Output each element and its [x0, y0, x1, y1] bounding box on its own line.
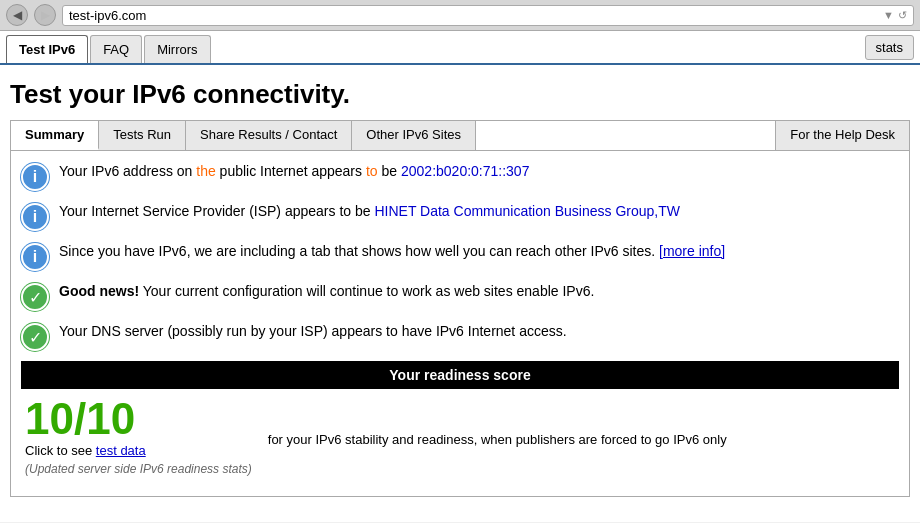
info-row-isp: i Your Internet Service Provider (ISP) a… [21, 201, 899, 231]
info-row-other-sites: i Since you have IPv6, we are including … [21, 241, 899, 271]
isp-name: HINET Data Communication Business Group,… [374, 203, 680, 219]
highlight-to: to [366, 163, 378, 179]
url-text: test-ipv6.com [69, 8, 879, 23]
updated-note: (Updated server side IPv6 readiness stat… [25, 458, 252, 478]
page-content: Test IPv6 FAQ Mirrors stats Test your IP… [0, 31, 920, 522]
nav-tab-test-ipv6[interactable]: Test IPv6 [6, 35, 88, 63]
test-data-link[interactable]: test data [96, 443, 146, 458]
score-header: Your readiness score [21, 361, 899, 389]
score-area: 10/10 Click to see test data (Updated se… [21, 389, 899, 486]
nav-tab-mirrors[interactable]: Mirrors [144, 35, 210, 63]
info-icon-green-2: ✓ [21, 323, 49, 351]
main-content: i Your IPv6 address on the public Intern… [10, 151, 910, 497]
more-info-link[interactable]: [more info] [659, 243, 725, 259]
nav-tab-faq[interactable]: FAQ [90, 35, 142, 63]
info-text-3: Since you have IPv6, we are including a … [59, 241, 725, 262]
info-icon-4: ✓ [21, 283, 49, 311]
test-data-row: Click to see test data [25, 443, 252, 458]
score-number: 10/10 [25, 397, 252, 441]
content-tabs: Summary Tests Run Share Results / Contac… [10, 120, 910, 151]
info-icon-blue-2: i [21, 203, 49, 231]
info-row-dns: ✓ Your DNS server (possibly run by your … [21, 321, 899, 351]
browser-chrome: ◀ ▶ test-ipv6.com ▼ ↺ [0, 0, 920, 31]
page-title: Test your IPv6 connectivity. [0, 65, 920, 120]
address-bar[interactable]: test-ipv6.com ▼ ↺ [62, 5, 914, 26]
ipv6-address: 2002:b020:0:71::307 [401, 163, 529, 179]
refresh-icon[interactable]: ↺ [898, 9, 907, 22]
info-text-5: Your DNS server (possibly run by your IS… [59, 321, 567, 342]
highlight-the: the [196, 163, 215, 179]
good-news-label: Good news! [59, 283, 139, 299]
score-description: for your IPv6 stability and readiness, w… [268, 428, 727, 447]
info-icon-1: i [21, 163, 49, 191]
info-icon-green-1: ✓ [21, 283, 49, 311]
dropdown-icon: ▼ [883, 9, 894, 21]
info-icon-5: ✓ [21, 323, 49, 351]
info-icon-blue-3: i [21, 243, 49, 271]
info-icon-3: i [21, 243, 49, 271]
tab-share-results[interactable]: Share Results / Contact [186, 121, 352, 150]
tab-other-ipv6-sites[interactable]: Other IPv6 Sites [352, 121, 476, 150]
info-row-ipv6-address: i Your IPv6 address on the public Intern… [21, 161, 899, 191]
info-row-good-news: ✓ Good news! Your current configuration … [21, 281, 899, 311]
back-button[interactable]: ◀ [6, 4, 28, 26]
tab-help-desk[interactable]: For the Help Desk [775, 121, 909, 150]
forward-button[interactable]: ▶ [34, 4, 56, 26]
score-left: 10/10 Click to see test data (Updated se… [25, 397, 252, 478]
info-icon-2: i [21, 203, 49, 231]
tab-tests-run[interactable]: Tests Run [99, 121, 186, 150]
info-text-1: Your IPv6 address on the public Internet… [59, 161, 529, 182]
top-nav: Test IPv6 FAQ Mirrors stats [0, 31, 920, 65]
click-to-see-text: Click to see [25, 443, 96, 458]
tab-summary[interactable]: Summary [11, 121, 99, 150]
info-icon-blue-1: i [21, 163, 49, 191]
info-text-2: Your Internet Service Provider (ISP) app… [59, 201, 680, 222]
stats-button[interactable]: stats [865, 35, 914, 60]
info-text-4: Good news! Your current configuration wi… [59, 281, 594, 302]
